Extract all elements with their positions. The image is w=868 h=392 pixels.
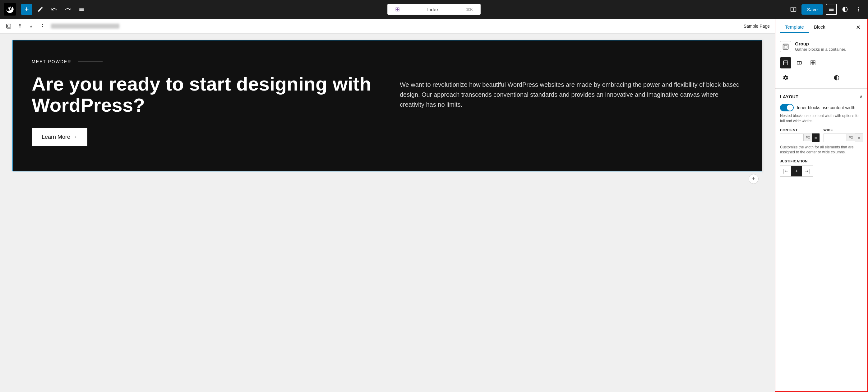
- contrast-button[interactable]: [839, 4, 850, 15]
- svg-rect-0: [6, 24, 11, 28]
- wide-unit: PX: [846, 134, 855, 141]
- svg-rect-2: [783, 44, 788, 50]
- add-block-bottom-button[interactable]: +: [749, 174, 758, 184]
- panel-body: Group Gather blocks in a container.: [775, 36, 868, 392]
- layout-title: Layout: [780, 94, 798, 99]
- undo-button[interactable]: [49, 4, 60, 15]
- toggle-label: Inner blocks use content width: [797, 105, 855, 110]
- block-controls: [780, 57, 863, 68]
- layout-collapse-button[interactable]: ∧: [859, 94, 863, 99]
- inner-blocks-toggle[interactable]: [780, 104, 794, 111]
- toggle-row: Inner blocks use content width: [780, 104, 863, 111]
- index-pill-button[interactable]: ⊞ Index ⌘K: [388, 4, 480, 15]
- learn-more-button[interactable]: Learn More →: [32, 128, 87, 146]
- move-up-button[interactable]: [26, 21, 36, 31]
- justify-right-button[interactable]: →|: [802, 165, 813, 177]
- content-field-group: CONTENT PX ≡: [780, 128, 820, 142]
- toggle-sub-label: Nested blocks use content width with opt…: [780, 113, 863, 124]
- toolbar-right: Save: [788, 4, 864, 15]
- pen-tool-button[interactable]: [35, 4, 46, 15]
- panel-close-button[interactable]: ✕: [853, 22, 863, 32]
- more-options-button[interactable]: [853, 4, 864, 15]
- wp-logo: [4, 3, 16, 16]
- block-name-label: Group: [795, 41, 846, 47]
- shortcut-label: ⌘K: [466, 7, 473, 12]
- svg-rect-9: [813, 61, 815, 63]
- add-block-button[interactable]: +: [21, 4, 32, 15]
- right-panel: Template Block ✕ Group Gather blocks in …: [775, 19, 868, 392]
- redo-button[interactable]: [62, 4, 73, 15]
- content-area: ⠿ ⋮ Sample Page MEET POWDER Are you read…: [0, 19, 868, 392]
- main-toolbar: + ⊞ Index ⌘K Save: [0, 0, 868, 19]
- select-parent-button[interactable]: [4, 21, 14, 31]
- eyebrow-text: MEET POWDER: [32, 59, 743, 64]
- tab-block[interactable]: Block: [809, 22, 830, 33]
- svg-rect-10: [811, 63, 813, 65]
- device-preview-button[interactable]: [788, 4, 799, 15]
- svg-rect-3: [784, 45, 787, 48]
- svg-rect-4: [783, 61, 788, 65]
- page-name: Sample Page: [744, 24, 770, 29]
- save-button[interactable]: Save: [802, 4, 823, 14]
- sidebar-toggle-button[interactable]: [826, 4, 837, 15]
- justify-center-button[interactable]: +: [791, 165, 802, 177]
- half-fill-button[interactable]: [831, 72, 842, 83]
- editor-area: ⠿ ⋮ Sample Page MEET POWDER Are you read…: [0, 19, 775, 392]
- hero-section[interactable]: MEET POWDER Are you ready to start desig…: [13, 40, 762, 171]
- stack-icon-button[interactable]: [780, 57, 791, 68]
- block-toolbar: ⠿ ⋮ Sample Page: [0, 19, 775, 34]
- justification-label: JUSTIFICATION: [780, 159, 863, 163]
- panel-header: Template Block ✕: [775, 19, 868, 36]
- layout-section-header: Layout ∧: [780, 94, 863, 99]
- canvas: MEET POWDER Are you ready to start desig…: [12, 40, 762, 172]
- svg-rect-11: [813, 63, 815, 65]
- settings-icon-button[interactable]: [780, 72, 791, 83]
- content-label: CONTENT: [780, 128, 820, 132]
- width-inputs: CONTENT PX ≡ WIDE PX ≡: [780, 128, 863, 142]
- hero-description: We want to revolutionize how beautiful W…: [400, 73, 743, 110]
- content-unit: PX: [803, 134, 812, 141]
- wide-input-row: PX ≡: [824, 133, 863, 142]
- wide-label: WIDE: [824, 128, 863, 132]
- content-input-row: PX ≡: [780, 133, 820, 142]
- content-width-input[interactable]: [780, 133, 803, 142]
- block-controls-row2: [780, 72, 863, 83]
- wide-align-button[interactable]: ≡: [855, 133, 863, 142]
- index-label: Index: [427, 7, 439, 12]
- row-icon-button[interactable]: [794, 57, 805, 68]
- customize-note: Customize the width for all elements tha…: [780, 145, 863, 155]
- hero-left: Are you ready to start designing with Wo…: [32, 73, 375, 146]
- justification-row: |← + →|: [780, 165, 863, 177]
- wide-field-group: WIDE PX ≡: [824, 128, 863, 142]
- grid-icon-button[interactable]: [807, 57, 818, 68]
- wp-logo-icon: [6, 5, 14, 14]
- more-block-options-button[interactable]: ⋮: [37, 21, 47, 31]
- justify-left-button[interactable]: |←: [780, 165, 791, 177]
- grid-icon: ⊞: [395, 6, 400, 13]
- block-desc-label: Gather blocks in a container.: [795, 47, 846, 52]
- panel-tabs: Template Block: [780, 22, 853, 33]
- index-pill-container: ⊞ Index ⌘K: [388, 4, 480, 15]
- drag-handle-button[interactable]: ⠿: [15, 21, 25, 31]
- svg-rect-8: [811, 61, 813, 63]
- svg-rect-1: [7, 25, 10, 27]
- content-align-button[interactable]: ≡: [812, 133, 819, 142]
- wide-width-input[interactable]: [824, 133, 846, 142]
- block-type-info: Group Gather blocks in a container.: [795, 41, 846, 52]
- tab-template[interactable]: Template: [780, 22, 809, 33]
- canvas-bottom: +: [12, 172, 762, 186]
- canvas-wrapper: MEET POWDER Are you ready to start desig…: [0, 34, 775, 392]
- layout-section: Layout ∧ Inner blocks use content width …: [780, 94, 863, 177]
- divider-1: [775, 88, 868, 89]
- hero-right: We want to revolutionize how beautiful W…: [400, 73, 743, 110]
- blurred-url: [51, 24, 119, 29]
- block-type-header: Group Gather blocks in a container.: [780, 41, 863, 52]
- block-type-icon: [780, 41, 791, 52]
- hero-grid: Are you ready to start designing with Wo…: [32, 73, 743, 146]
- hero-headline: Are you ready to start designing with Wo…: [32, 73, 375, 116]
- list-view-button[interactable]: [76, 4, 87, 15]
